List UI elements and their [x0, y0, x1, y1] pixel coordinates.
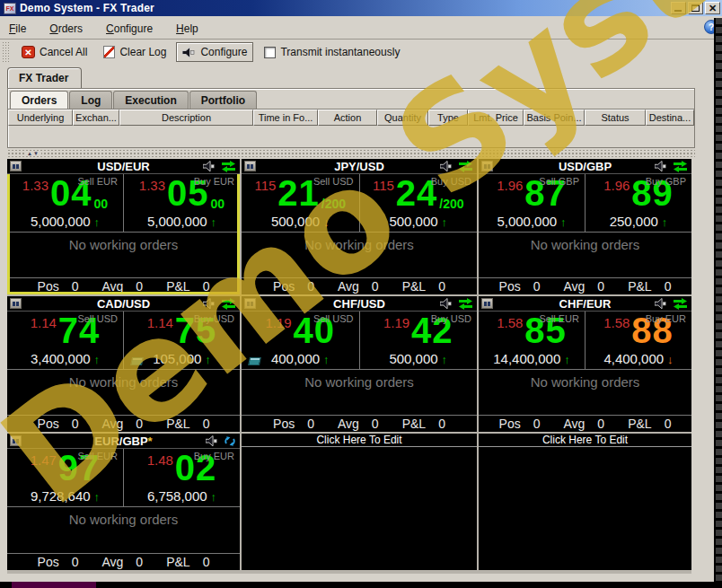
tile-settings-icon[interactable]: [481, 161, 493, 171]
sell-amount[interactable]: 400,000↑: [242, 351, 359, 369]
buy-quote-button[interactable]: Buy USD1.1942500,000↑: [360, 312, 478, 369]
big-figure: 1.33: [139, 178, 165, 193]
menu-configure[interactable]: Configure: [104, 21, 154, 37]
pair-title: CHF/USD: [333, 297, 385, 311]
buy-quote-button[interactable]: Buy EUR1.48026,758,000↑: [124, 449, 240, 506]
swap-arrows-icon[interactable]: [673, 161, 688, 172]
up-arrow-icon: ↑: [205, 353, 211, 366]
tab-orders[interactable]: Orders: [10, 91, 68, 109]
close-button[interactable]: ✕: [705, 2, 720, 14]
cancel-all-button[interactable]: ✕Cancel All: [15, 42, 93, 62]
buy-quote-button[interactable]: Buy GBP1.9689250,000↑: [586, 174, 691, 232]
up-arrow-icon: ↑: [560, 215, 567, 229]
clear-log-button[interactable]: Clear Log: [97, 42, 172, 62]
column-header-time-in-fo[interactable]: Time in Fo...: [253, 110, 318, 126]
sell-amount[interactable]: 5,000,000↑: [479, 214, 585, 232]
edit-tile-button[interactable]: Click Here To Edit: [242, 434, 477, 447]
swap-arrows-icon[interactable]: [673, 298, 688, 310]
tile-settings-icon[interactable]: [10, 435, 22, 446]
buy-amount[interactable]: 6,758,000↑: [124, 488, 240, 506]
tile-settings-icon[interactable]: [10, 161, 22, 171]
minimize-button[interactable]: [671, 2, 686, 14]
amount-value: 500,000: [389, 214, 437, 229]
maximize-button[interactable]: [688, 2, 703, 14]
swap-arrows-icon[interactable]: [221, 161, 236, 172]
tab-log[interactable]: Log: [69, 91, 112, 109]
refresh-icon[interactable]: [224, 435, 236, 447]
sell-label: Sell EUR: [77, 451, 118, 461]
sell-quote-button[interactable]: Sell USD1.14743,400,000↑: [7, 312, 123, 369]
column-header-lmt-price[interactable]: Lmt. Price: [468, 110, 524, 126]
tab-fx-trader[interactable]: FX Trader: [7, 67, 82, 88]
tile-settings-icon[interactable]: [244, 161, 256, 171]
buy-amount[interactable]: 4,400,000↓: [586, 351, 691, 369]
avg-value: 0: [597, 279, 604, 294]
buy-quote-button[interactable]: Buy EUR1.58884,400,000↓: [586, 312, 691, 369]
pl-value: 0: [438, 279, 445, 294]
menu-bar: FileOrdersConfigureHelp ?: [0, 16, 722, 39]
working-orders-text: No working orders: [531, 237, 640, 252]
sell-quote-button[interactable]: Sell EUR1.588514,400,000↑: [479, 312, 585, 369]
menu-help[interactable]: Help: [174, 21, 200, 37]
buy-quote-button[interactable]: Buy EUR1.3305005,000,000↑: [124, 174, 240, 232]
big-figure: 1.96: [497, 178, 523, 193]
buy-quote-button[interactable]: Buy USD1.1475105,000↑: [124, 312, 240, 369]
edit-tile-button[interactable]: Click Here To Edit: [479, 434, 691, 447]
column-header-destina[interactable]: Destina...: [646, 110, 694, 126]
orders-table-body[interactable]: [8, 126, 694, 147]
column-header-status[interactable]: Status: [585, 110, 646, 126]
splitter-handle[interactable]: ▲▼: [7, 150, 695, 157]
pl-label: P&L: [402, 279, 426, 294]
outer-tab-strip: FX Trader: [0, 65, 722, 88]
column-header-quantity[interactable]: Quantity: [377, 110, 428, 126]
swap-arrows-icon[interactable]: [221, 298, 236, 310]
sell-quote-button[interactable]: Sell EUR1.3304005,000,000↑: [7, 174, 123, 232]
tab-execution[interactable]: Execution: [113, 91, 188, 109]
edit-tile-body: [479, 447, 691, 570]
transmit-checkbox[interactable]: [264, 47, 276, 58]
pos-value: 0: [307, 279, 314, 294]
working-orders-area: No working orders: [479, 232, 691, 277]
column-header-basis-poin[interactable]: Basis Poin...: [524, 110, 585, 126]
column-header-action[interactable]: Action: [318, 110, 377, 126]
avg-label: Avg: [101, 279, 123, 294]
pos-label: Pos: [273, 279, 295, 294]
column-header-underlying[interactable]: Underlying: [8, 110, 73, 126]
cancel-all-icon: ✕: [22, 46, 35, 58]
buy-amount[interactable]: 105,000↑: [124, 351, 240, 369]
sell-amount[interactable]: 3,400,000↑: [7, 351, 123, 369]
taskbar-strip: [0, 582, 722, 588]
column-header-exchan[interactable]: Exchan...: [73, 110, 119, 126]
avg-value: 0: [372, 417, 379, 431]
swap-arrows-icon[interactable]: [458, 298, 473, 310]
buy-amount[interactable]: 5,000,000↑: [124, 214, 240, 232]
column-header-description[interactable]: Description: [119, 110, 253, 126]
sell-quote-button[interactable]: Sell USD11521/200500,000↓: [242, 174, 359, 232]
sell-quote-button[interactable]: Sell USD1.1940400,000↑: [242, 312, 359, 369]
buy-amount[interactable]: 500,000↑: [360, 214, 478, 232]
sell-amount[interactable]: 5,000,000↑: [7, 214, 123, 232]
buy-amount[interactable]: 250,000↑: [586, 214, 691, 232]
sell-amount[interactable]: 14,400,000↑: [479, 351, 585, 369]
buy-label: Buy USD: [431, 176, 471, 187]
sell-amount[interactable]: 500,000↓: [242, 214, 359, 232]
price-sub-digits: /200: [439, 197, 463, 211]
swap-arrows-icon[interactable]: [458, 161, 473, 172]
sell-amount[interactable]: 9,728,640↑: [7, 488, 123, 506]
amount-value: 500,000: [389, 351, 437, 366]
buy-amount[interactable]: 500,000↑: [360, 351, 478, 369]
buy-quote-button[interactable]: Buy USD11524/200500,000↑: [360, 174, 478, 232]
column-header-type[interactable]: Type: [428, 110, 468, 126]
toolbar-grip[interactable]: [2, 41, 10, 63]
splitter-arrows-icon[interactable]: ▲▼: [25, 151, 41, 156]
tile-settings-icon[interactable]: [244, 298, 256, 309]
tab-portfolio[interactable]: Portfolio: [189, 91, 257, 109]
tile-settings-icon[interactable]: [10, 298, 22, 309]
menu-orders[interactable]: Orders: [48, 21, 84, 37]
minimize-icon: [674, 10, 682, 12]
tile-settings-icon[interactable]: [481, 298, 493, 309]
sell-quote-button[interactable]: Sell EUR1.47979,728,640↑: [7, 449, 123, 506]
configure-button[interactable]: Configure: [176, 42, 253, 62]
sell-quote-button[interactable]: Sell GBP1.96875,000,000↑: [479, 174, 585, 232]
menu-file[interactable]: File: [7, 21, 28, 37]
